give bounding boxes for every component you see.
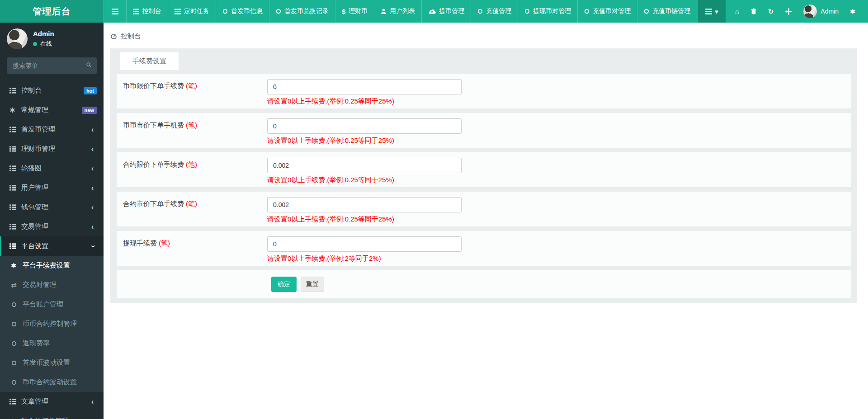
sidebar-link[interactable]: 交易管理‹ [0, 217, 104, 236]
sidebar-link[interactable]: 理财币管理‹ [0, 139, 104, 159]
fee-input[interactable] [267, 118, 462, 134]
field-label-text: 币币限价下单手续费 [123, 82, 184, 89]
online-dot [33, 42, 37, 46]
sidebar-item-首发币管理: 首发币管理‹ [0, 120, 104, 139]
top-nav-item[interactable]: 控制台 [127, 0, 168, 23]
field-help-text: 请设置0以上手续费,(举例:0.25等同于25%) [267, 97, 844, 106]
app-logo[interactable]: 管理后台 [0, 0, 104, 23]
sidebar-toggle-button[interactable] [104, 0, 127, 23]
submenu-link[interactable]: 返现费率 [0, 334, 104, 353]
sidebar-link[interactable]: 用户管理‹ [0, 178, 104, 198]
top-nav-item-label: 充值币链管理 [652, 7, 690, 15]
sidebar-item-轮播图: 轮播图‹ [0, 159, 104, 178]
sidebar-link[interactable]: 轮播图‹ [0, 159, 104, 178]
field-unit: (笔) [186, 200, 197, 207]
settings-button[interactable] [844, 0, 862, 23]
menu-badge: hot [84, 87, 97, 94]
top-nav-item[interactable]: 充值管理 [471, 0, 518, 23]
top-nav-item[interactable]: 首发币信息 [216, 0, 269, 23]
submit-button[interactable]: 确定 [271, 277, 297, 292]
top-nav-item[interactable]: 提现币对管理 [518, 0, 578, 23]
circle-o-icon [276, 9, 281, 14]
th-list-icon [8, 399, 17, 405]
sidebar-link[interactable]: 控制台hot [0, 81, 104, 100]
submenu-item-首发币波动设置: 首发币波动设置 [0, 353, 104, 372]
sidebar-menu: 控制台hot常规管理new首发币管理‹理财币管理‹轮播图‹用户管理‹钱包管理‹交… [0, 81, 104, 419]
admin-menu[interactable]: Admin [798, 5, 844, 18]
gear-icon [8, 107, 17, 113]
gear-icon [9, 263, 18, 268]
sidebar-item-秒合约订单管理: 秒合约订单管理 [0, 411, 104, 419]
main-content: 控制台 手续费设置 币币限价下单手续费(笔)请设置0以上手续费,(举例:0.25… [104, 23, 868, 419]
top-nav-item[interactable]: $理财币 [335, 0, 374, 23]
search-button[interactable] [82, 59, 95, 72]
field-control: 请设置0以上手续费,(举例:0.25等同于25%) [267, 155, 844, 184]
trash-button[interactable] [745, 0, 762, 23]
sidebar-link[interactable]: 秒合约订单管理 [0, 411, 104, 419]
menu-item-label: 控制台 [21, 86, 42, 95]
form-row: 合约限价下单手续费(笔)请设置0以上手续费,(举例:0.25等同于25%) [117, 152, 851, 187]
fee-input[interactable] [267, 79, 462, 94]
top-nav-item-label: 理财币 [349, 7, 368, 15]
fee-input[interactable] [267, 236, 462, 252]
field-unit: (笔) [159, 239, 170, 247]
menu-item-label: 钱包管理 [21, 203, 48, 212]
submenu-link[interactable]: 币币合约波动设置 [0, 372, 104, 392]
sidebar-link[interactable]: 文章管理‹ [0, 392, 104, 411]
submenu: 平台手续费设置⇄交易对管理平台账户管理币币合约控制管理返现费率首发币波动设置币币… [0, 256, 104, 392]
nav-collapse-menu-button[interactable]: ▾ [698, 0, 726, 23]
user-status-label: 在线 [40, 40, 52, 48]
expand-button[interactable] [779, 0, 798, 23]
submenu-link[interactable]: 平台手续费设置 [0, 256, 104, 275]
top-nav-item-label: 首发币信息 [231, 7, 263, 15]
field-control: 请设置0以上手续费,(举例:0.25等同于25%) [267, 76, 844, 106]
menu-item-label: 首发币管理 [21, 125, 55, 134]
usd-icon: $ [342, 8, 345, 15]
reset-button[interactable]: 重置 [301, 277, 324, 292]
submenu-link[interactable]: 平台账户管理 [0, 295, 104, 314]
fee-input[interactable] [267, 158, 462, 173]
top-nav-item[interactable]: 首发币兑换记录 [269, 0, 335, 23]
field-label-text: 合约限价下单手续费 [123, 160, 184, 168]
circle-o-icon [222, 9, 228, 14]
circle-o-icon [644, 9, 649, 14]
sidebar-link[interactable]: 首发币管理‹ [0, 120, 104, 139]
sidebar-link[interactable]: 平台设置‹ [0, 236, 104, 256]
th-list-icon [8, 243, 17, 249]
submenu-link[interactable]: 币币合约控制管理 [0, 314, 104, 334]
submenu-item-币币合约波动设置: 币币合约波动设置 [0, 372, 104, 392]
refresh-icon: ↻ [768, 8, 774, 15]
sidebar-link[interactable]: 常规管理new [0, 100, 104, 120]
circle-o-icon [524, 9, 530, 14]
form-actions: 确定 重置 [117, 270, 851, 298]
submenu-link[interactable]: ⇄交易对管理 [0, 275, 104, 295]
top-nav-item[interactable]: 充值币对管理 [578, 0, 637, 23]
top-nav-item[interactable]: 充值币链管理 [637, 0, 697, 23]
exchange-icon: ⇄ [9, 282, 18, 288]
top-nav-item-label: 定时任务 [184, 7, 209, 15]
top-nav-item[interactable]: 定时任务 [168, 0, 216, 23]
top-nav-item[interactable]: 提币管理 [422, 0, 471, 23]
tasks-icon [175, 9, 181, 14]
gear-icon [850, 9, 856, 14]
home-button[interactable]: ⌂ [729, 0, 745, 23]
caret-down-icon: ▾ [715, 8, 718, 15]
menu-item-label: 首发币波动设置 [23, 358, 70, 367]
menu-item-label: 秒合约订单管理 [21, 417, 69, 419]
top-nav-item-label: 充值币对管理 [593, 7, 631, 15]
sidebar-item-钱包管理: 钱包管理‹ [0, 198, 104, 217]
top-nav-item[interactable]: 用户列表 [374, 0, 422, 23]
expand-icon [785, 8, 792, 15]
sidebar-link[interactable]: 钱包管理‹ [0, 198, 104, 217]
breadcrumb-label: 控制台 [121, 32, 141, 41]
refresh-button[interactable]: ↻ [762, 0, 780, 23]
tab-bar: 手续费设置 [120, 52, 851, 70]
top-nav-item-label: 提现币对管理 [533, 7, 571, 15]
th-list-icon [8, 88, 17, 94]
submenu-link[interactable]: 首发币波动设置 [0, 353, 104, 372]
field-label: 提现手续费(笔) [123, 234, 267, 263]
header: 管理后台 控制台定时任务首发币信息首发币兑换记录$理财币用户列表提币管理充值管理… [0, 0, 868, 23]
fee-input[interactable] [267, 197, 462, 212]
tab-fee-settings[interactable]: 手续费设置 [120, 52, 179, 70]
menu-item-label: 平台设置 [21, 242, 48, 250]
